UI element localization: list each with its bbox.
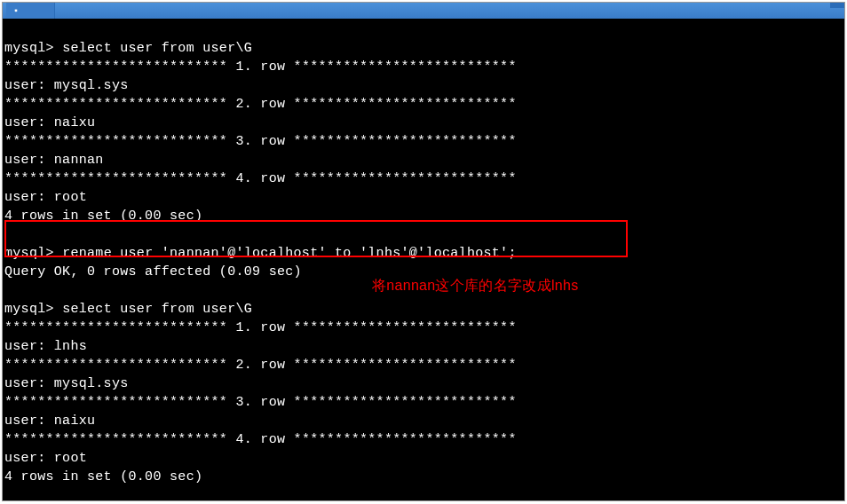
terminal-output[interactable]: mysql> select user from user\G *********… [3, 19, 844, 500]
mysql-prompt: mysql> [4, 246, 62, 261]
sql-command: select user from user\G [62, 41, 252, 56]
prompt-line: mysql> rename user 'nannan'@'localhost' … [4, 246, 517, 261]
row-separator: *************************** 4. row *****… [4, 432, 517, 447]
result-row: user: mysql.sys [4, 78, 129, 93]
result-row: user: lnhs [4, 339, 87, 354]
row-separator: *************************** 1. row *****… [4, 59, 517, 75]
result-row: user: naixu [4, 413, 95, 429]
result-row: user: root [4, 190, 87, 205]
blank-line [4, 227, 12, 242]
mysql-prompt: mysql> [4, 302, 62, 317]
sql-command: select user from user\G [62, 302, 252, 317]
annotation-text: 将nannan这个库的名字改成lnhs [372, 276, 578, 295]
summary-line: 4 rows in set (0.00 sec) [4, 209, 202, 224]
result-row: user: root [4, 451, 87, 466]
row-separator: *************************** 1. row *****… [4, 320, 517, 335]
title-bar: ▪ [3, 3, 844, 19]
result-row: user: mysql.sys [4, 376, 129, 391]
summary-line: Query OK, 0 rows affected (0.09 sec) [4, 264, 302, 280]
blank-line [4, 283, 12, 298]
titlebar-right-edge [830, 3, 844, 8]
window-frame: ▪ mysql> select user from user\G *******… [2, 2, 845, 501]
row-separator: *************************** 3. row *****… [4, 395, 517, 410]
summary-line: 4 rows in set (0.00 sec) [4, 469, 202, 484]
sql-command: rename user 'nannan'@'localhost' to 'lnh… [62, 246, 517, 261]
mysql-prompt: mysql> [4, 41, 62, 56]
prompt-line: mysql> select user from user\G [4, 302, 252, 317]
row-separator: *************************** 4. row *****… [4, 171, 517, 186]
title-tab[interactable]: ▪ [6, 3, 55, 19]
result-row: user: naixu [4, 115, 95, 130]
row-separator: *************************** 2. row *****… [4, 358, 517, 373]
result-row: user: nannan [4, 153, 104, 168]
tab-indicator: ▪ [13, 6, 19, 16]
row-separator: *************************** 3. row *****… [4, 134, 517, 149]
row-separator: *************************** 2. row *****… [4, 97, 517, 112]
prompt-line: mysql> select user from user\G [4, 41, 252, 56]
